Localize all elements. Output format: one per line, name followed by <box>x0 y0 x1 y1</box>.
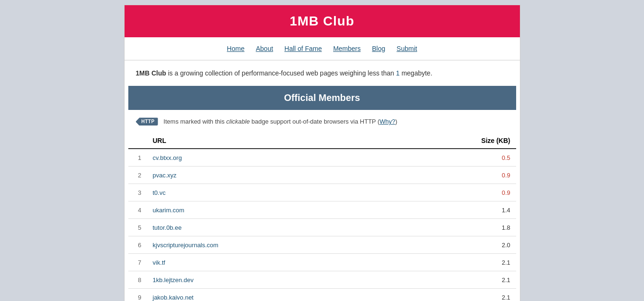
size-cell: 0.5 <box>389 149 516 167</box>
col-num <box>128 133 147 149</box>
site-title: 1MB Club <box>133 14 511 29</box>
url-link[interactable]: ukarim.com <box>153 207 184 214</box>
notice-before: Items marked with this <box>164 118 226 125</box>
http-badge[interactable]: HTTP <box>136 117 158 125</box>
table-header-row: URL Size (KB) <box>128 133 516 149</box>
url-cell: cv.btxx.org <box>147 149 390 167</box>
table-row: 5tutor.0b.ee1.8 <box>128 219 516 236</box>
size-cell: 0.9 <box>389 167 516 184</box>
http-notice: HTTP Items marked with this clickable ba… <box>125 110 520 129</box>
size-cell: 1.8 <box>389 219 516 236</box>
url-cell: tutor.0b.ee <box>147 219 390 236</box>
members-table: URL Size (KB) 1cv.btxx.org0.52pvac.xyz0.… <box>128 133 516 301</box>
size-cell: 2.1 <box>389 271 516 289</box>
desc-highlight: 1 <box>396 69 400 77</box>
row-number: 7 <box>128 254 147 271</box>
row-number: 3 <box>128 184 147 201</box>
url-link[interactable]: t0.vc <box>153 189 166 196</box>
url-link[interactable]: 1kb.lejtzen.dev <box>153 276 194 284</box>
row-number: 8 <box>128 271 147 289</box>
table-head: URL Size (KB) <box>128 133 516 149</box>
table-row: 7vik.tf2.1 <box>128 254 516 271</box>
row-number: 4 <box>128 201 147 219</box>
size-cell: 2.0 <box>389 236 516 254</box>
table-body: 1cv.btxx.org0.52pvac.xyz0.93t0.vc0.94uka… <box>128 149 516 301</box>
url-cell: jakob.kaivo.net <box>147 289 390 301</box>
table-row: 6kjvscripturejournals.com2.0 <box>128 236 516 254</box>
url-link[interactable]: vik.tf <box>153 259 166 266</box>
app-container: 1MB Club HomeAboutHall of FameMembersBlo… <box>124 5 520 301</box>
table-row: 81kb.lejtzen.dev2.1 <box>128 271 516 289</box>
url-link[interactable]: cv.btxx.org <box>153 154 182 161</box>
col-url: URL <box>147 133 390 149</box>
nav-link-members[interactable]: Members <box>333 45 360 52</box>
url-cell: t0.vc <box>147 184 390 201</box>
nav-bar: HomeAboutHall of FameMembersBlogSubmit <box>125 37 520 60</box>
size-cell: 2.1 <box>389 289 516 301</box>
brand-name: 1MB Club <box>136 69 167 77</box>
site-header: 1MB Club <box>125 5 520 37</box>
url-link[interactable]: tutor.0b.ee <box>153 224 182 231</box>
url-link[interactable]: pvac.xyz <box>153 172 177 179</box>
notice-clickable: clickable <box>226 118 250 125</box>
nav-link-hall-of-fame[interactable]: Hall of Fame <box>284 45 322 52</box>
size-cell: 0.9 <box>389 184 516 201</box>
row-number: 6 <box>128 236 147 254</box>
row-number: 2 <box>128 167 147 184</box>
table-row: 4ukarim.com1.4 <box>128 201 516 219</box>
table-row: 3t0.vc0.9 <box>128 184 516 201</box>
nav-link-blog[interactable]: Blog <box>372 45 385 52</box>
why-link[interactable]: Why? <box>379 118 395 125</box>
size-cell: 2.1 <box>389 254 516 271</box>
notice-text: Items marked with this clickable badge s… <box>164 118 397 125</box>
url-link[interactable]: kjvscripturejournals.com <box>153 242 218 249</box>
row-number: 9 <box>128 289 147 301</box>
nav-link-about[interactable]: About <box>256 45 273 52</box>
description-bar: 1MB Club is a growing collection of perf… <box>125 60 520 86</box>
section-header: Official Members <box>128 86 516 110</box>
table-row: 2pvac.xyz0.9 <box>128 167 516 184</box>
url-cell: kjvscripturejournals.com <box>147 236 390 254</box>
table-row: 9jakob.kaivo.net2.1 <box>128 289 516 301</box>
row-number: 1 <box>128 149 147 167</box>
notice-after: badge support out-of-date browsers via H… <box>250 118 377 125</box>
table-row: 1cv.btxx.org0.5 <box>128 149 516 167</box>
nav-link-home[interactable]: Home <box>227 45 244 52</box>
desc-text-after: megabyte. <box>400 69 432 77</box>
url-cell: ukarim.com <box>147 201 390 219</box>
section-title: Official Members <box>135 92 510 103</box>
row-number: 5 <box>128 219 147 236</box>
col-size: Size (KB) <box>389 133 516 149</box>
size-cell: 1.4 <box>389 201 516 219</box>
url-cell: vik.tf <box>147 254 390 271</box>
url-cell: pvac.xyz <box>147 167 390 184</box>
nav-link-submit[interactable]: Submit <box>397 45 418 52</box>
desc-text-before: is a growing collection of performance-f… <box>166 69 396 77</box>
why-paren-close: ) <box>395 118 397 125</box>
url-cell: 1kb.lejtzen.dev <box>147 271 390 289</box>
url-link[interactable]: jakob.kaivo.net <box>153 294 194 301</box>
